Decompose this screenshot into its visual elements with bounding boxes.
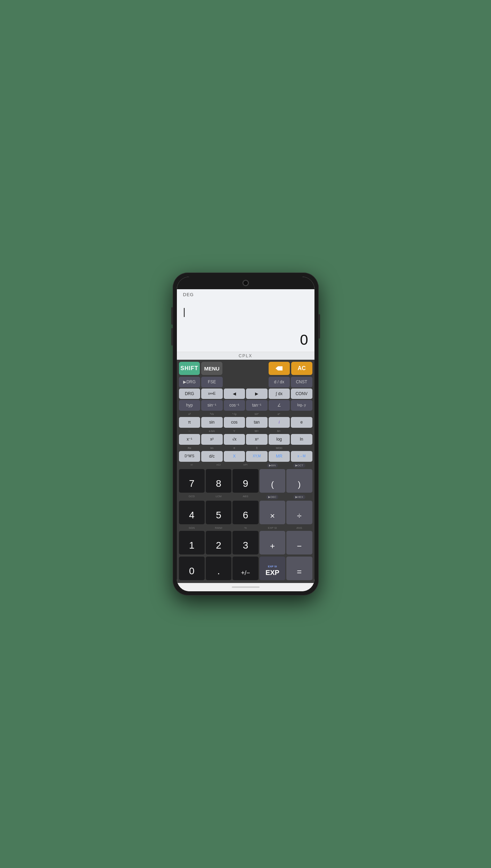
conv-button[interactable]: CONV bbox=[291, 389, 312, 399]
bin-hint: ▶BIN bbox=[260, 463, 285, 468]
abs-hint: ABS bbox=[232, 495, 258, 499]
x3-hint: x³ bbox=[179, 412, 201, 417]
spacer3 bbox=[224, 377, 245, 387]
ran-hint: RAN# bbox=[206, 526, 231, 529]
btn-div[interactable]: ÷ bbox=[286, 501, 312, 524]
ln-button[interactable]: ln bbox=[291, 434, 312, 444]
fse-button[interactable]: FSE bbox=[201, 377, 223, 387]
deg-label: DEG bbox=[183, 292, 194, 297]
btn-5[interactable]: 5 bbox=[206, 501, 231, 524]
btn-2[interactable]: 2 bbox=[206, 531, 231, 554]
display-area: DEG | 0 bbox=[177, 289, 314, 352]
oct-button[interactable]: ▶OCT bbox=[293, 463, 305, 468]
cnst-button[interactable]: CNST bbox=[291, 377, 312, 387]
tan-button[interactable]: tan bbox=[246, 417, 268, 427]
bin-button[interactable]: ▶BIN bbox=[267, 463, 278, 468]
input-display: | bbox=[183, 304, 308, 325]
btn-6[interactable]: 6 bbox=[232, 501, 258, 524]
result-display: 0 bbox=[183, 332, 308, 350]
MR-button[interactable]: MR bbox=[269, 451, 290, 461]
Y-hint: Y bbox=[224, 429, 245, 434]
volume-up-button[interactable] bbox=[171, 307, 173, 325]
btn-7[interactable]: 7 bbox=[179, 469, 205, 493]
Re-hint: Re bbox=[179, 446, 201, 451]
ac-button[interactable]: AC bbox=[291, 362, 312, 375]
hyp-button[interactable]: hyp bbox=[179, 400, 201, 410]
XYM-button[interactable]: XY,M bbox=[246, 451, 268, 461]
10x-hint: 10ˣ bbox=[246, 412, 268, 417]
xe-button[interactable]: x⇔E bbox=[201, 389, 223, 399]
Im-hint: Im bbox=[201, 446, 223, 451]
btn-dot[interactable]: . bbox=[206, 557, 231, 580]
sgn-hint: SGN bbox=[179, 526, 205, 529]
home-indicator bbox=[232, 586, 260, 588]
btn-exp[interactable]: EXP SI EXP bbox=[260, 557, 285, 580]
right-arrow-button[interactable]: ▶ bbox=[246, 389, 268, 399]
btn-0[interactable]: 0 bbox=[179, 557, 205, 580]
spacer1 bbox=[224, 362, 245, 375]
nCr-hint: nCr bbox=[206, 463, 231, 468]
shift-button[interactable]: SHIFT bbox=[179, 362, 200, 375]
ans-hint: ANS bbox=[286, 526, 312, 529]
backspace-button[interactable] bbox=[269, 362, 290, 375]
logxy-button[interactable]: logₓ y bbox=[291, 400, 312, 410]
btn-1[interactable]: 1 bbox=[179, 531, 205, 554]
back-hint: ← bbox=[179, 429, 201, 434]
camera bbox=[243, 280, 248, 286]
e-button[interactable]: e bbox=[291, 417, 312, 427]
sin-button[interactable]: sin bbox=[201, 417, 223, 427]
lcm-hint: LCM bbox=[206, 495, 231, 499]
log-button[interactable]: log bbox=[269, 434, 290, 444]
mm-hint: M− bbox=[269, 429, 290, 434]
btn-paren-r[interactable]: ) bbox=[286, 469, 312, 493]
cos-inv-button[interactable]: cos⁻¹ bbox=[224, 400, 245, 410]
btn-8[interactable]: 8 bbox=[206, 469, 231, 493]
dc-button[interactable]: d/c bbox=[201, 451, 223, 461]
angle-button[interactable]: ∠ bbox=[269, 400, 290, 410]
cos-button[interactable]: cos bbox=[224, 417, 245, 427]
dms-button[interactable]: D°M′S bbox=[179, 451, 201, 461]
d-dx-button[interactable]: d / dx bbox=[269, 377, 290, 387]
mp-hint: M+ bbox=[246, 429, 268, 434]
btn-paren-l[interactable]: ( bbox=[260, 469, 285, 493]
btn-equals[interactable]: = bbox=[286, 557, 312, 580]
i-button[interactable]: i bbox=[269, 417, 290, 427]
cplx-label: CPLX bbox=[239, 353, 252, 358]
btn-4[interactable]: 4 bbox=[179, 501, 205, 524]
btn-add[interactable]: + bbox=[260, 531, 285, 554]
int-dx-button[interactable]: ∫ dx bbox=[269, 389, 290, 399]
xM-button[interactable]: x→M bbox=[291, 451, 312, 461]
oct-hint: ▶OCT bbox=[286, 463, 312, 468]
drg-button[interactable]: DRG bbox=[179, 389, 201, 399]
sqrt-button[interactable]: √x bbox=[224, 434, 245, 444]
sin-inv-button[interactable]: sin⁻¹ bbox=[201, 400, 223, 410]
X-button[interactable]: X bbox=[224, 451, 245, 461]
hex-button[interactable]: ▶HEX bbox=[293, 495, 305, 499]
left-arrow-button[interactable]: ◀ bbox=[224, 389, 245, 399]
theta-hint: θ bbox=[224, 446, 245, 451]
gcd-hint: GCD bbox=[179, 495, 205, 499]
spacer2 bbox=[246, 362, 268, 375]
btn-mul[interactable]: × bbox=[260, 501, 285, 524]
tan-inv-button[interactable]: tan⁻¹ bbox=[246, 400, 268, 410]
menu-button[interactable]: MENU bbox=[201, 362, 222, 375]
spacer4 bbox=[246, 377, 268, 387]
MOD-hint: MOD bbox=[269, 446, 290, 451]
xy-button[interactable]: xʸ bbox=[246, 434, 268, 444]
x2-button[interactable]: x² bbox=[201, 434, 223, 444]
btn-pm[interactable]: +/− bbox=[232, 557, 258, 580]
btn-3[interactable]: 3 bbox=[232, 531, 258, 554]
x-inv-button[interactable]: x⁻¹ bbox=[179, 434, 201, 444]
cbrt-hint: ³√x bbox=[201, 412, 223, 417]
ex-hint: eˣ bbox=[269, 412, 290, 417]
drg-sub-button[interactable]: ▶DRG bbox=[179, 377, 201, 387]
btn-sub[interactable]: − bbox=[286, 531, 312, 554]
power-button[interactable] bbox=[319, 314, 320, 339]
dec-button[interactable]: ▶DEC bbox=[266, 495, 278, 499]
pi-button[interactable]: π bbox=[179, 417, 201, 427]
abc-hint: a b/c bbox=[201, 429, 223, 434]
xrty-hint: ˣ√y bbox=[224, 412, 245, 417]
n-fact-hint: n! bbox=[179, 463, 205, 468]
btn-9[interactable]: 9 bbox=[232, 469, 258, 493]
volume-down-button[interactable] bbox=[171, 328, 173, 345]
